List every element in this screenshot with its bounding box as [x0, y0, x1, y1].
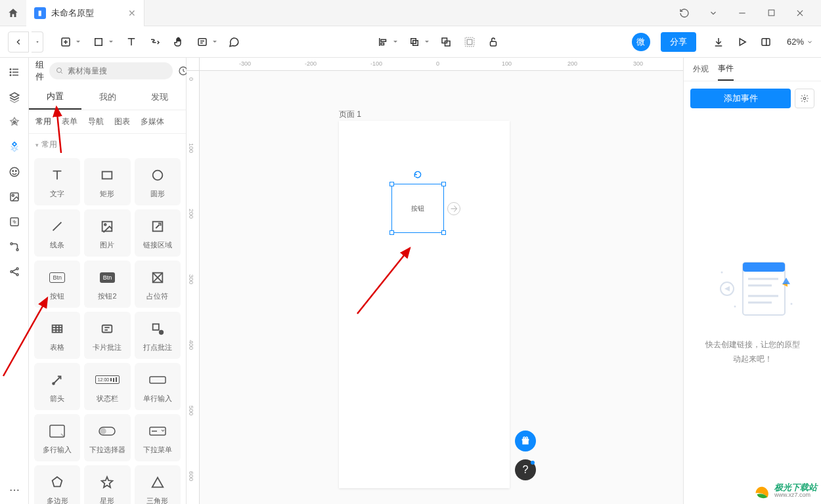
comp-button2[interactable]: Btn按钮2: [84, 261, 130, 308]
add-tool[interactable]: [55, 32, 76, 52]
rail-components-icon[interactable]: [7, 139, 22, 155]
gear-icon[interactable]: [795, 89, 814, 108]
svg-line-44: [61, 72, 63, 74]
download-icon[interactable]: [708, 32, 729, 52]
page-label[interactable]: 页面 1: [339, 109, 361, 120]
svg-rect-8: [198, 38, 206, 45]
page-frame[interactable]: [339, 121, 510, 488]
comp-arrow[interactable]: 箭头: [34, 363, 80, 410]
shape-tool[interactable]: [88, 32, 109, 52]
chevron-down-icon[interactable]: [705, 5, 721, 21]
rail-icon-library-icon[interactable]: [7, 214, 22, 230]
maximize-icon[interactable]: [763, 5, 779, 21]
comp-image[interactable]: 图片: [84, 209, 130, 257]
cat-nav[interactable]: 导航: [85, 115, 106, 129]
comp-text[interactable]: 文字: [34, 158, 80, 205]
help-button[interactable]: ?: [515, 459, 536, 480]
comp-polygon[interactable]: 多边形: [34, 465, 80, 504]
comp-statusbar[interactable]: 12:00 状态栏: [84, 363, 130, 410]
tab-discover[interactable]: 发现: [133, 84, 186, 110]
comp-button[interactable]: Btn按钮: [34, 261, 80, 308]
share-button[interactable]: 分享: [661, 32, 696, 52]
rail-layers-icon[interactable]: [7, 89, 22, 105]
close-window-icon[interactable]: [792, 5, 808, 21]
rail-list-icon[interactable]: [7, 64, 22, 80]
svg-point-31: [12, 171, 14, 172]
comp-circle[interactable]: 圆形: [135, 158, 181, 205]
gift-button[interactable]: [515, 430, 536, 452]
comp-dropdown[interactable]: 下拉菜单: [135, 414, 181, 461]
comp-triangle[interactable]: 三角形: [135, 465, 181, 504]
svg-rect-20: [490, 41, 496, 46]
back-dropdown[interactable]: [32, 32, 43, 52]
empty-state-text: 快去创建链接，让您的原型 动起来吧！: [705, 338, 800, 366]
document-tab[interactable]: ▮ 未命名原型 ✕: [26, 0, 144, 26]
window-controls: [663, 5, 821, 21]
cat-form[interactable]: 表单: [59, 115, 80, 129]
svg-rect-60: [102, 325, 112, 332]
comp-placeholder[interactable]: 占位符: [135, 261, 181, 308]
svg-point-38: [11, 271, 12, 273]
hand-tool[interactable]: [168, 32, 189, 52]
comp-card-annot[interactable]: 卡片批注: [84, 312, 130, 359]
note-tool[interactable]: [192, 32, 213, 52]
wei-badge[interactable]: 微: [632, 33, 650, 51]
ruler-horizontal: -300 -200 -100 0 100 200 300: [200, 58, 683, 71]
comp-table[interactable]: 表格: [34, 312, 80, 359]
comp-star[interactable]: 星形: [84, 465, 130, 504]
back-button[interactable]: [8, 32, 29, 52]
text-tool[interactable]: [121, 32, 142, 52]
tab-builtin[interactable]: 内置: [29, 84, 81, 110]
play-icon[interactable]: [732, 32, 753, 52]
rail-emoji-icon[interactable]: [7, 164, 22, 180]
rail-assets-icon[interactable]: [7, 114, 22, 130]
comp-link-area[interactable]: 链接区域: [135, 209, 181, 257]
rail-flow-icon[interactable]: [7, 239, 22, 255]
comp-line[interactable]: 线条: [34, 209, 80, 257]
align-tool[interactable]: [372, 32, 393, 52]
lock-tool[interactable]: [483, 32, 504, 52]
canvas[interactable]: -300 -200 -100 0 100 200 300 0 100 200 3…: [187, 58, 683, 504]
group-tool[interactable]: [459, 32, 480, 52]
svg-rect-12: [381, 39, 386, 41]
tab-mine[interactable]: 我的: [81, 84, 134, 110]
connector-tool[interactable]: [144, 32, 166, 52]
arrange-tool[interactable]: [404, 32, 425, 52]
svg-line-65: [54, 376, 61, 383]
svg-point-47: [152, 170, 162, 180]
add-event-button[interactable]: 添加事件: [690, 89, 791, 108]
svg-point-26: [10, 69, 11, 70]
link-handle-icon[interactable]: [447, 202, 460, 215]
comment-tool[interactable]: [223, 32, 244, 52]
comp-select[interactable]: 下拉选择器: [84, 414, 130, 461]
selected-button-element[interactable]: 按钮: [391, 184, 444, 233]
rail-more-icon[interactable]: ⋯: [7, 482, 22, 497]
rotate-handle-icon[interactable]: [413, 170, 422, 179]
minimize-icon[interactable]: [734, 5, 750, 21]
combine-tool[interactable]: [435, 32, 456, 52]
svg-rect-63: [152, 324, 158, 329]
refresh-icon[interactable]: [677, 5, 692, 21]
section-header[interactable]: 常用: [29, 134, 186, 156]
rail-image-icon[interactable]: [7, 189, 22, 205]
comp-rect[interactable]: 矩形: [84, 158, 130, 205]
svg-line-48: [53, 222, 62, 230]
svg-point-64: [160, 330, 164, 334]
comp-input-multi[interactable]: 多行输入: [34, 414, 80, 461]
ruler-corner: [187, 58, 200, 71]
cat-common[interactable]: 常用: [33, 115, 54, 129]
close-icon[interactable]: ✕: [128, 8, 136, 18]
right-panel: 外观 事件 添加事件 快去创建: [683, 58, 821, 504]
tab-events[interactable]: 事件: [718, 58, 734, 81]
svg-rect-7: [95, 38, 102, 45]
comp-dot-annot[interactable]: 打点批注: [135, 312, 181, 359]
panel-toggle-icon[interactable]: [755, 32, 776, 52]
search-input[interactable]: [49, 62, 173, 79]
zoom-control[interactable]: 62%: [787, 37, 813, 47]
comp-input-single[interactable]: 单行输入: [135, 363, 181, 410]
cat-media[interactable]: 多媒体: [138, 115, 167, 129]
tab-appearance[interactable]: 外观: [693, 58, 709, 81]
cat-chart[interactable]: 图表: [112, 115, 133, 129]
home-icon[interactable]: [0, 0, 26, 26]
rail-share-icon[interactable]: [7, 264, 22, 280]
